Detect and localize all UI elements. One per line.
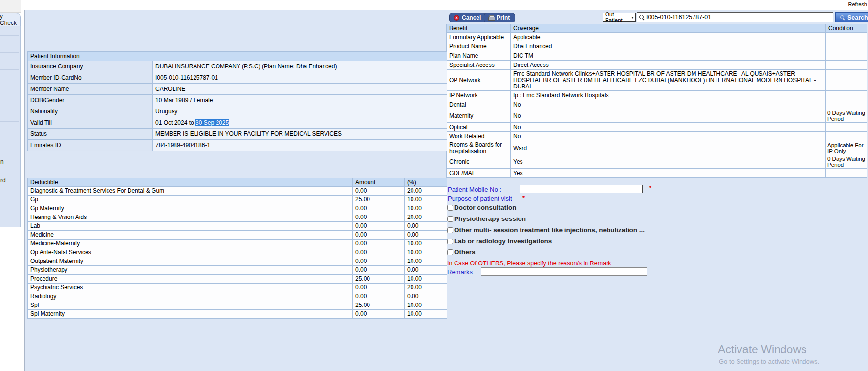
- search-icon: [639, 15, 645, 20]
- purpose-option-others[interactable]: Others: [447, 248, 476, 256]
- purpose-option-physiotherapy-session[interactable]: Physiotherapy session: [447, 215, 526, 222]
- checkbox-label: Doctor consultation: [454, 204, 517, 211]
- deductible-amount: 0.00: [353, 248, 405, 257]
- coverage-cell: Ip : Fmc Standard Network Hospitals: [511, 91, 826, 100]
- coverage-cell: Direct Access: [511, 61, 826, 70]
- refresh-link[interactable]: Refresh: [848, 1, 867, 7]
- search-button[interactable]: Search: [835, 12, 868, 22]
- table-row: Product NameDha Enhanced: [447, 42, 867, 51]
- print-button-label: Print: [497, 14, 510, 21]
- field-value: CAROLINE: [153, 84, 447, 95]
- deductible-pct: 10.00: [405, 196, 447, 204]
- others-checkbox[interactable]: [447, 249, 453, 255]
- deductible-name: Medicine: [28, 231, 353, 240]
- field-value: Uruguay: [153, 106, 447, 117]
- deductible-amount: 0.00: [353, 231, 405, 240]
- deductible-amount: 25.00: [353, 275, 405, 284]
- condition-cell: 0 Days Waiting Period: [826, 155, 867, 169]
- sidebar-divider: [0, 104, 19, 104]
- field-value: 10 Mar 1989 / Female: [153, 95, 447, 106]
- table-row: ChronicYes0 Days Waiting Period: [447, 155, 867, 169]
- visit-type-select[interactable]: Out Patient: [603, 13, 636, 22]
- cancel-button[interactable]: Cancel: [449, 13, 486, 22]
- coverage-cell: No: [511, 109, 826, 123]
- table-row: Formulary ApplicableApplicable: [447, 33, 867, 42]
- deductible-pct: 10.00: [405, 248, 447, 257]
- deductible-pct: 10.00: [405, 240, 447, 248]
- table-row: GDF/MAFYes: [447, 169, 867, 178]
- table-row: DentalNo: [447, 100, 867, 109]
- condition-cell: [826, 132, 867, 141]
- deductible-name: Spl Maternity: [28, 310, 353, 319]
- purpose-option-other-multi-session[interactable]: Other multi- session treatment like inje…: [447, 226, 645, 234]
- mobile-no-label: Patient Mobile No :: [448, 186, 501, 193]
- print-button[interactable]: Print: [484, 13, 515, 22]
- remarks-input[interactable]: [481, 267, 647, 276]
- field-label: Member ID-CardNo: [28, 72, 153, 84]
- table-row: NationalityUruguay: [28, 106, 447, 117]
- coverage-cell: Yes: [511, 155, 826, 169]
- sidebar-item-fragment[interactable]: n: [0, 158, 4, 165]
- table-row: Work RelatedNo: [447, 132, 867, 141]
- search-button-label: Search: [847, 14, 868, 21]
- physiotherapy-session-checkbox[interactable]: [447, 216, 453, 222]
- required-marker: *: [522, 195, 525, 202]
- sidebar-item-fragment[interactable]: rd: [0, 177, 6, 184]
- table-row: Emirates ID784-1989-4904186-1: [28, 140, 447, 151]
- remarks-label: Remarks: [447, 268, 473, 276]
- deductible-name: Physiotherapy: [28, 266, 353, 275]
- table-header-row: Patient Information: [28, 52, 447, 61]
- deductible-amount: 0.00: [353, 284, 405, 292]
- sidebar-tab-label: y Check: [0, 13, 19, 26]
- status-badge: MEMBER IS ELIGIBLE IN YOUR FACILITY FOR …: [153, 129, 447, 140]
- checkbox-label: Others: [454, 248, 476, 256]
- deductible-name: Radiology: [28, 292, 353, 301]
- coverage-cell: No: [511, 100, 826, 109]
- benefit-cell: GDF/MAF: [447, 169, 511, 178]
- condition-cell: [826, 51, 867, 61]
- activate-windows-subtitle: Go to Settings to activate Windows.: [719, 358, 819, 365]
- table-row: Psychiatric Services0.0020.00: [28, 284, 447, 292]
- coverage-cell: Applicable: [511, 33, 826, 42]
- sidebar-tab-eligibility-check[interactable]: y Check: [0, 13, 21, 26]
- deductible-pct: 10.00: [405, 301, 447, 310]
- deductible-pct: 10.00: [405, 275, 447, 284]
- sidebar-divider: [0, 121, 19, 122]
- purpose-option-lab-or-radiology[interactable]: Lab or radiology investigations: [447, 238, 552, 245]
- deductible-amount: 0.00: [353, 292, 405, 301]
- table-row: Diagnostic & Treatment Services For Dent…: [28, 187, 447, 196]
- doctor-consultation-checkbox[interactable]: [447, 205, 453, 211]
- purpose-option-doctor-consultation[interactable]: Doctor consultation: [447, 204, 517, 211]
- mobile-no-input[interactable]: [520, 185, 643, 193]
- table-row: Outpatient Maternity0.0010.00: [28, 257, 447, 266]
- benefit-table: Benefit Coverage Condition Formulary App…: [446, 24, 867, 178]
- benefit-cell: Work Related: [447, 132, 511, 141]
- coverage-cell: Fmc Standard Network Clinics+ASTER HOSPI…: [511, 70, 826, 91]
- printer-icon: [488, 15, 494, 20]
- table-row: Spl25.0010.00: [28, 301, 447, 310]
- deductible-amount: 0.00: [353, 222, 405, 231]
- table-row: Plan NameDIC TM: [447, 51, 867, 61]
- table-row: Hearing & Vision Aids0.0020.00: [28, 213, 447, 222]
- deductible-amount: 0.00: [353, 204, 405, 213]
- deductible-amount: 0.00: [353, 310, 405, 319]
- field-value: 784-1989-4904186-1: [153, 140, 447, 151]
- search-input[interactable]: [646, 14, 831, 21]
- condition-cell: [826, 169, 867, 178]
- checkbox-label: Lab or radiology investigations: [454, 238, 552, 245]
- chevron-down-icon: [631, 16, 634, 19]
- deductible-header: Deductible: [28, 178, 353, 187]
- table-row: Insurance CompanyDUBAI INSURANCE COMPANY…: [28, 61, 447, 72]
- search-field[interactable]: [637, 12, 833, 22]
- table-row: Specialist AccessDirect Access: [447, 61, 867, 70]
- checkbox-label: Physiotherapy session: [454, 215, 526, 222]
- condition-cell: [826, 33, 867, 42]
- table-row: Op Ante-Natal Services0.0010.00: [28, 248, 447, 257]
- deductible-name: Hearing & Vision Aids: [28, 213, 353, 222]
- table-row: Status MEMBER IS ELIGIBLE IN YOUR FACILI…: [28, 129, 447, 140]
- table-row: IP NetworkIp : Fmc Standard Network Hosp…: [447, 91, 867, 100]
- other-multi-session-checkbox[interactable]: [447, 227, 453, 233]
- lab-or-radiology-checkbox[interactable]: [447, 239, 453, 244]
- deductible-name: Procedure: [28, 275, 353, 284]
- deductible-pct: 10.00: [405, 204, 447, 213]
